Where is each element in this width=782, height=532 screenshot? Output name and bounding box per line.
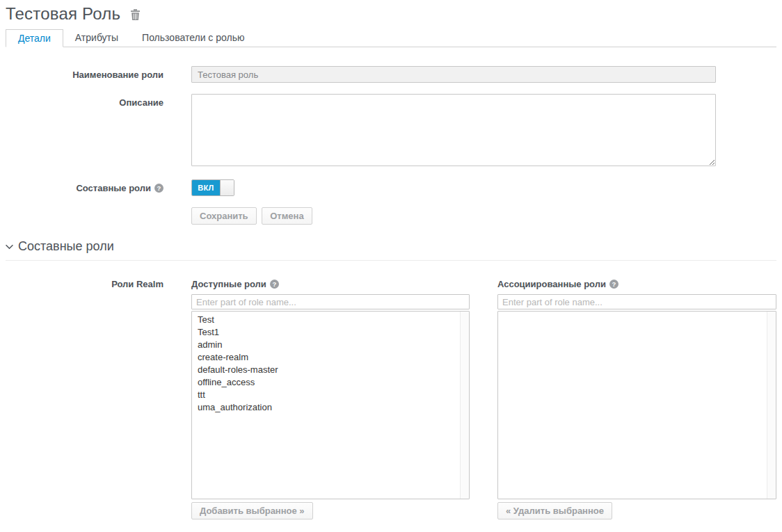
composite-section-header[interactable]: Составные роли <box>6 239 776 261</box>
toggle-on-label: ВКЛ <box>192 180 220 195</box>
role-name-input[interactable] <box>191 66 716 83</box>
role-option[interactable]: admin <box>192 339 469 351</box>
delete-role-button[interactable] <box>129 8 142 24</box>
help-icon[interactable]: ? <box>609 280 619 289</box>
scrollbar-track[interactable] <box>460 312 469 499</box>
details-form: Наименование роли Описание Составные рол… <box>6 47 776 225</box>
role-option[interactable]: default-roles-master <box>192 364 469 376</box>
help-icon[interactable]: ? <box>270 280 279 289</box>
realm-roles-label: Роли Realm <box>6 277 163 519</box>
associated-roles-column: Ассоциированные роли? « Удалить выбранно… <box>497 277 776 519</box>
available-roles-search-input[interactable] <box>191 294 470 309</box>
role-name-label: Наименование роли <box>6 66 163 80</box>
role-option[interactable]: create-realm <box>192 351 469 364</box>
available-roles-column: Доступные роли? TestTest1admincreate-rea… <box>191 277 470 519</box>
cancel-button[interactable]: Отмена <box>262 207 312 225</box>
associated-roles-listbox[interactable] <box>497 311 776 499</box>
description-label: Описание <box>6 94 163 108</box>
role-name-row: Наименование роли <box>6 66 776 83</box>
composite-roles-label: Составные роли? <box>6 179 163 193</box>
composite-section-title: Составные роли <box>18 239 114 254</box>
add-selected-button[interactable]: Добавить выбранное » <box>191 502 313 519</box>
description-textarea[interactable] <box>191 94 716 166</box>
page-header: Тестовая Роль <box>6 4 776 24</box>
available-roles-listbox[interactable]: TestTest1admincreate-realmdefault-roles-… <box>191 311 470 499</box>
composite-roles-row: Составные роли? ВКЛ <box>6 179 776 196</box>
chevron-down-icon <box>6 241 13 252</box>
available-roles-header: Доступные роли? <box>191 277 470 289</box>
role-option[interactable]: ttt <box>192 389 469 401</box>
composite-roles-toggle[interactable]: ВКЛ <box>191 179 234 196</box>
realm-roles-picker: Роли Realm Доступные роли? TestTest1admi… <box>6 277 776 519</box>
tab-details[interactable]: Детали <box>6 29 63 47</box>
description-row: Описание <box>6 94 776 168</box>
role-option[interactable]: uma_authorization <box>192 401 469 414</box>
associated-roles-header: Ассоциированные роли? <box>497 277 776 289</box>
tab-attributes[interactable]: Атрибуты <box>63 29 130 47</box>
role-option[interactable]: Test1 <box>192 326 469 339</box>
form-buttons-row: Сохранить Отмена <box>6 207 776 225</box>
help-icon[interactable]: ? <box>154 184 163 193</box>
trash-icon <box>130 12 141 22</box>
save-button[interactable]: Сохранить <box>191 207 257 225</box>
remove-selected-button[interactable]: « Удалить выбранное <box>497 502 612 519</box>
tab-users-in-role[interactable]: Пользователи с ролью <box>130 29 256 47</box>
tab-bar: Детали Атрибуты Пользователи с ролью <box>6 29 776 47</box>
role-option[interactable]: offline_access <box>192 376 469 389</box>
role-detail-page: Тестовая Роль Детали <box>0 0 782 519</box>
role-option[interactable]: Test <box>192 314 469 326</box>
toggle-handle[interactable] <box>220 180 234 195</box>
page-title: Тестовая Роль <box>6 4 120 24</box>
associated-roles-search-input[interactable] <box>497 294 776 309</box>
scrollbar-track[interactable] <box>767 312 776 499</box>
